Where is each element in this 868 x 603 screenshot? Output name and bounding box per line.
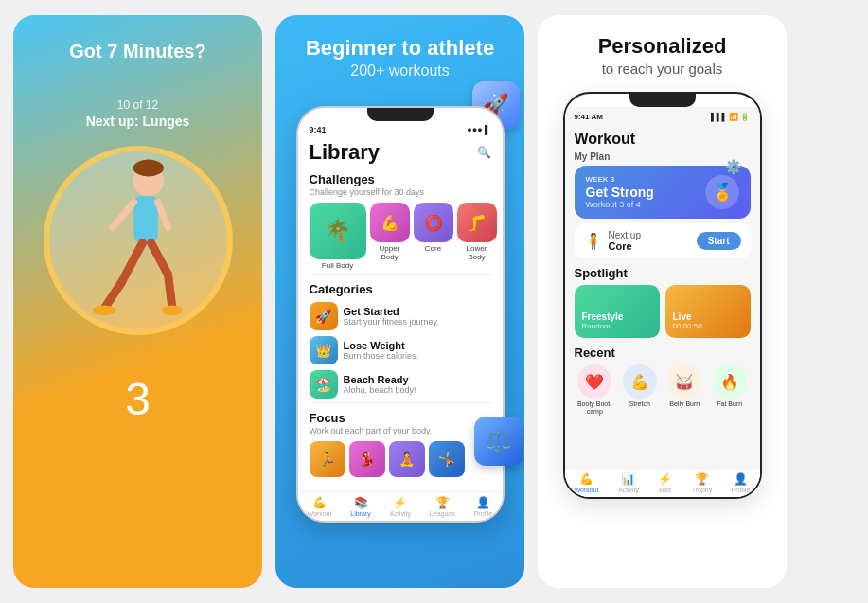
category-lose-weight[interactable]: 👑 Lose Weight Burn those calories.: [310, 336, 491, 364]
nav-profile-label: Profile: [474, 510, 493, 517]
svg-point-10: [162, 305, 183, 315]
nav-library-icon: 📚: [354, 496, 368, 509]
nav-library[interactable]: 📚 Library: [350, 496, 370, 517]
week-label: WEEK 3: [586, 175, 654, 184]
phone-mockup-3: 9:41 AM ▌▌▌ 📶 🔋 Workout ⚙️ My Plan WEEK …: [563, 92, 762, 499]
next-up-text-block: Next up Core: [609, 230, 641, 252]
recent-row: ❤️ Booty Boot-camp 💪 Stretch 🥁 Belly Bur…: [575, 364, 751, 415]
panel2-subheading: 200+ workouts: [350, 62, 450, 80]
spotlight-freestyle-name: Freestyle: [582, 311, 652, 322]
phone-notch-3: [629, 94, 696, 107]
focus-card-4[interactable]: 🤸: [429, 441, 465, 477]
challenge-card-lowerbody[interactable]: 🦵: [457, 203, 497, 242]
spotlight-freestyle[interactable]: Freestyle Random: [575, 285, 660, 338]
svg-line-3: [113, 203, 134, 228]
challenge-label-fullbody: Full Body: [310, 261, 366, 270]
phone-mockup-2: 9:41 ●●● ▌ Library 🔍 Challenges Challeng…: [296, 106, 505, 523]
exercise-circle: [44, 146, 233, 335]
divider-1: [310, 274, 491, 275]
status-icons-3: ▌▌▌ 📶 🔋: [711, 113, 750, 121]
cat-desc-getstarted: Start your fitness journey.: [344, 317, 491, 327]
focus-card-2[interactable]: 💃: [349, 441, 385, 477]
cat-name-loseweight: Lose Weight: [344, 340, 491, 351]
nav-activity[interactable]: ⚡ Activity: [390, 496, 411, 517]
focus-card-3[interactable]: 🧘: [389, 441, 425, 477]
category-get-started[interactable]: 🚀 Get Started Start your fitness journey…: [310, 302, 491, 330]
workout-title: Workout: [575, 131, 751, 148]
focus-card-1[interactable]: 🏃: [310, 441, 345, 477]
panel1-counter: 10 of 12: [117, 98, 158, 112]
svg-point-1: [133, 160, 163, 177]
lunges-figure: [81, 155, 195, 326]
panel2-heading: Beginner to athlete: [306, 36, 494, 61]
challenges-subtitle: Challenge yourself for 30 days: [310, 187, 491, 197]
nav-workout[interactable]: 💪 Workout: [307, 496, 331, 517]
recent-label: Recent: [575, 346, 751, 360]
library-title: Library: [310, 140, 381, 165]
status-time-3: 9:41 AM: [575, 113, 603, 121]
svg-line-4: [157, 203, 168, 228]
nav-activity-label: Activity: [390, 510, 411, 517]
challenge-row: 🌴 Full Body 💪 Upper Body ⭕ Core 🦵: [310, 203, 491, 270]
main-container: Got 7 Minutes? 10 of 12 Next up: Lunges: [0, 0, 868, 603]
categories-title: Categories: [310, 282, 491, 296]
library-header: Library 🔍: [310, 140, 491, 165]
focus-title: Focus: [310, 411, 491, 425]
cat-text-beachready: Beach Ready Aloha, beach body!: [344, 374, 491, 395]
recent-item-2[interactable]: 🥁 Belly Burn: [664, 364, 706, 415]
phone-3-status: 9:41 AM ▌▌▌ 📶 🔋: [565, 107, 760, 121]
nav3-workout-label: Workout: [575, 487, 599, 493]
gear-icon[interactable]: ⚙️: [725, 159, 741, 174]
nav3-trophy-icon: 🏆: [695, 472, 709, 486]
nav-workout-icon: 💪: [312, 496, 327, 509]
challenge-card-upperbody[interactable]: 💪: [370, 203, 410, 242]
nav3-workout[interactable]: 💪 Workout: [575, 472, 599, 493]
panel1-nextup: Next up: Lunges: [86, 114, 190, 129]
nav-leagues-icon: 🏆: [435, 496, 450, 509]
spotlight-live[interactable]: Live 00:00:50: [665, 285, 751, 338]
focus-section: Focus Work out each part of your body. 🏃…: [310, 411, 491, 477]
nav3-profile[interactable]: 👤 Profile: [731, 472, 750, 493]
nav-leagues[interactable]: 🏆 Leagues: [430, 496, 455, 517]
panel-1: Got 7 Minutes? 10 of 12 Next up: Lunges: [13, 15, 262, 588]
recent-icon-stretch: 💪: [623, 364, 657, 399]
nav3-activity[interactable]: 📊 Activity: [618, 472, 639, 493]
workout-header-row: Workout ⚙️: [575, 131, 751, 148]
phone-status-bar: 9:41 ●●● ▌: [298, 121, 503, 134]
nav-activity-icon: ⚡: [393, 496, 407, 509]
nav-library-label: Library: [350, 510, 370, 517]
next-up-row: 🧍 Next up Core Start: [575, 223, 751, 258]
nav3-bolt-icon: ⚡: [658, 472, 672, 486]
medal-icon: 🏅: [705, 175, 739, 209]
svg-line-8: [168, 275, 172, 309]
challenge-label-upperbody: Upper Body: [370, 244, 410, 261]
challenge-card-fullbody[interactable]: 🌴: [310, 203, 366, 259]
nav-profile[interactable]: 👤 Profile: [474, 496, 493, 517]
nav3-trophy[interactable]: 🏆 Trophy: [692, 472, 713, 493]
challenge-card-core[interactable]: ⭕: [414, 203, 453, 242]
nav3-profile-icon: 👤: [734, 472, 748, 486]
search-icon[interactable]: 🔍: [477, 146, 491, 159]
phone-notch: [367, 108, 434, 121]
get-strong-title: Get Strong: [586, 185, 654, 200]
nav3-bolt[interactable]: ⚡ Bolt: [658, 472, 672, 493]
recent-item-1[interactable]: 💪 Stretch: [619, 364, 661, 415]
recent-item-0[interactable]: ❤️ Booty Boot-camp: [575, 364, 616, 415]
recent-item-3[interactable]: 🔥 Fat Burn: [709, 364, 751, 415]
svg-line-5: [121, 243, 143, 283]
start-button[interactable]: Start: [697, 232, 741, 250]
recent-name-stretch: Stretch: [629, 400, 650, 408]
spotlight-row: Freestyle Random Live 00:00:50: [575, 285, 751, 338]
spotlight-live-name: Live: [673, 311, 743, 322]
divider-2: [310, 402, 491, 403]
spotlight-freestyle-sub: Random: [582, 322, 652, 330]
category-beach-ready[interactable]: 🏖️ Beach Ready Aloha, beach body!: [310, 370, 491, 399]
status-icons: ●●● ▌: [467, 125, 490, 134]
recent-name-fatburn: Fat Burn: [717, 400, 742, 408]
panel1-timer: 3: [125, 373, 151, 425]
challenge-label-core: Core: [414, 244, 453, 253]
recent-icon-booty: ❤️: [577, 364, 611, 399]
get-strong-info: WEEK 3 Get Strong Workout 3 of 4: [586, 175, 654, 209]
nav-workout-label: Workout: [307, 510, 331, 517]
svg-point-9: [92, 305, 115, 315]
